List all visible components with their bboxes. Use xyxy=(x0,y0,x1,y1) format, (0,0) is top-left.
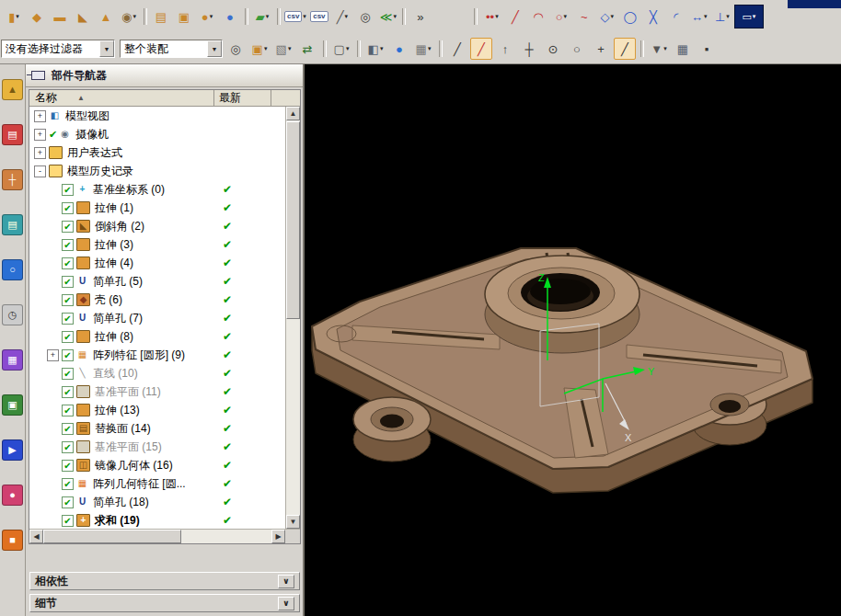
datum-plane-icon[interactable]: ▰▾ xyxy=(251,6,273,28)
find-icon[interactable]: ◎▾ xyxy=(225,38,247,60)
selection-filter-combobox[interactable]: 没有选择过滤器 ▼ xyxy=(1,40,115,58)
user-tools-icon[interactable]: ● xyxy=(2,485,23,506)
chevron-down-icon[interactable]: ∨ xyxy=(278,597,294,610)
snap-ball-icon[interactable]: ●▾ xyxy=(388,38,410,60)
tree-row[interactable]: ✔ ✔ U 简单孔 (5) ✔ xyxy=(29,272,285,291)
revolve-icon[interactable]: ◆▾ xyxy=(26,6,48,28)
snap-endpoint-icon[interactable]: ╱▾ xyxy=(470,38,492,60)
tree-row[interactable]: ✔ ✔ 拉伸 (3) ✔ xyxy=(29,235,285,254)
column-header-name[interactable]: 名称 ▲ xyxy=(29,90,214,106)
process-studio-icon[interactable]: ▶ xyxy=(2,439,23,461)
tree-row[interactable]: ✔ ✔ + 基准坐标系 (0) ✔ xyxy=(29,180,285,199)
scroll-right-button[interactable]: ▶ xyxy=(271,530,285,543)
assembly-navigator-icon[interactable]: ▤ xyxy=(2,124,23,145)
feature-checkbox[interactable]: ✔ xyxy=(62,441,74,453)
extrude-icon[interactable]: ▮▾ xyxy=(3,6,25,28)
sweep-icon[interactable]: ▲▾ xyxy=(95,6,117,28)
tree-row[interactable]: ✔ ✔ 拉伸 (4) ✔ xyxy=(29,254,285,272)
update-icon[interactable]: ≪▾ xyxy=(377,6,399,28)
snap-point-on-curve-icon[interactable]: ╱▾ xyxy=(614,38,636,60)
highlight-toggle-icon[interactable]: ⇄▾ xyxy=(296,38,318,60)
selection-priority-icon[interactable]: ▣▾ xyxy=(248,38,271,60)
tree-row[interactable]: - ✔ ✔ 模型历史记录 ✔ xyxy=(29,162,285,180)
more-commands-icon[interactable]: »▾ xyxy=(409,6,432,28)
edit-feature-icon[interactable]: ╱▾ xyxy=(331,6,353,28)
chevron-down-icon[interactable]: ∨ xyxy=(278,575,294,588)
horizontal-scrollbar[interactable]: ◀ ▶ xyxy=(29,529,300,543)
vertical-scrollbar[interactable]: ▲ ▼ xyxy=(285,107,300,529)
chevron-down-icon[interactable]: ▼ xyxy=(207,40,222,57)
expander-icon[interactable]: + xyxy=(34,110,46,122)
find-feature-icon[interactable]: ◎▾ xyxy=(354,6,376,28)
import-csv-icon[interactable]: csv▾ xyxy=(308,6,330,28)
polygon-icon[interactable]: ◇▾ xyxy=(596,6,618,28)
panel-title-bar[interactable]: 部件导航器 xyxy=(26,64,303,87)
feature-checkbox[interactable]: ✔ xyxy=(62,313,74,325)
sketch-point-icon[interactable]: ••▾ xyxy=(481,6,503,28)
export-csv-icon[interactable]: csv▾ xyxy=(283,6,307,28)
graphics-viewport[interactable]: Z Y X xyxy=(305,64,841,616)
navigation-pane-icon[interactable]: ▲ xyxy=(2,79,23,100)
palette-icon[interactable]: ▦ xyxy=(2,349,23,371)
fillet-icon[interactable]: ◜▾ xyxy=(665,6,687,28)
tree-row[interactable]: ✔ ✔ ▦ 阵列几何特征 [圆... ✔ xyxy=(29,474,285,493)
feature-checkbox[interactable]: ✔ xyxy=(62,496,74,508)
geometric-constraints-icon[interactable]: ⊥▾ xyxy=(711,6,733,28)
tree-row[interactable]: + ✔ ✔ 用户表达式 ✔ xyxy=(29,143,285,162)
point-dialog-icon[interactable]: ▦▾ xyxy=(412,38,434,60)
expander-icon[interactable]: + xyxy=(34,129,46,141)
feature-checkbox[interactable]: ✔ xyxy=(62,460,74,472)
rapid-dimension-icon[interactable]: ↔▾ xyxy=(688,6,710,28)
grid-icon[interactable]: ▦▾ xyxy=(672,38,694,60)
tree-row[interactable]: ✔ ✔ ▤ 替换面 (14) ✔ xyxy=(29,419,285,438)
internet-explorer-icon[interactable]: ○ xyxy=(2,259,23,280)
hole-icon[interactable]: ◉▾ xyxy=(118,6,140,28)
tree-row[interactable]: ✔ ✔ U 简单孔 (18) ✔ xyxy=(29,493,285,511)
arc-icon[interactable]: ◠▾ xyxy=(527,6,549,28)
profile-icon[interactable]: ╱▾ xyxy=(504,6,526,28)
pattern-icon[interactable]: ▤▾ xyxy=(150,6,172,28)
scrollbar-thumb[interactable] xyxy=(286,121,300,319)
scrollbar-thumb[interactable] xyxy=(43,530,181,543)
feature-checkbox[interactable]: ✔ xyxy=(62,221,74,233)
snap-line-icon[interactable]: ╱▾ xyxy=(446,38,468,60)
column-header-status[interactable]: 最新 xyxy=(214,90,271,106)
display-window-icon[interactable]: ▭▾ xyxy=(734,5,764,29)
feature-checkbox[interactable]: ✔ xyxy=(62,515,74,527)
scroll-down-button[interactable]: ▼ xyxy=(286,515,300,529)
marquee-style-icon[interactable]: ▢▾ xyxy=(330,38,352,60)
studio-spline-icon[interactable]: ~▾ xyxy=(573,6,595,28)
tree-row[interactable]: ✔ ✔ ◣ 倒斜角 (2) ✔ xyxy=(29,217,285,235)
expander-icon[interactable]: - xyxy=(34,165,46,177)
tree-row[interactable]: ✔ ✔ ╲ 直线 (10) ✔ xyxy=(29,364,285,382)
constraint-navigator-icon[interactable]: ┼ xyxy=(2,169,23,190)
details-panel-header[interactable]: 细节 ∨ xyxy=(29,594,300,612)
feature-checkbox[interactable]: ✔ xyxy=(62,423,74,435)
tree-row[interactable]: ✔ ✔ ◆ 壳 (6) ✔ xyxy=(29,291,285,309)
feature-checkbox[interactable]: ✔ xyxy=(62,386,74,398)
scrollbar-track[interactable] xyxy=(181,530,271,543)
tree-row[interactable]: + ✔ ✔ ▦ 阵列特征 [圆形] (9) ✔ xyxy=(29,346,285,364)
tree-row[interactable]: + ✔ ✔ ◧ 模型视图 ✔ xyxy=(29,107,285,125)
snap-options-icon[interactable]: ▼▾ xyxy=(648,38,670,60)
shaded-view-icon[interactable]: ◧▾ xyxy=(364,38,386,60)
toolbar-icon[interactable]: ▾ xyxy=(274,6,282,28)
toolbar-icon[interactable]: ▾ xyxy=(320,38,328,60)
part-navigator-icon[interactable]: ▤ xyxy=(2,214,23,235)
roles-icon[interactable]: ■ xyxy=(2,530,23,551)
scroll-left-button[interactable]: ◀ xyxy=(29,530,43,543)
toolbar-icon[interactable]: ▾ xyxy=(242,6,250,28)
toolbar-icon[interactable]: ▾ xyxy=(436,38,444,60)
expander-icon[interactable]: + xyxy=(47,349,59,361)
feature-checkbox[interactable]: ✔ xyxy=(62,405,74,416)
tree-row[interactable]: ✔ ✔ 拉伸 (13) ✔ xyxy=(29,401,285,419)
overflow-icon[interactable]: ▪▾ xyxy=(696,38,718,60)
cone-icon[interactable]: ◣▾ xyxy=(72,6,94,28)
toolbar-icon[interactable]: ▾ xyxy=(432,6,471,28)
circle-icon[interactable]: ○▾ xyxy=(550,6,572,28)
toolbar-icon[interactable]: ▾ xyxy=(354,38,363,60)
tree-row[interactable]: ✔ ✔ U 简单孔 (7) ✔ xyxy=(29,309,285,327)
snap-quadrant-icon[interactable]: ○▾ xyxy=(566,38,588,60)
feature-checkbox[interactable]: ✔ xyxy=(62,184,74,196)
history-icon[interactable]: ◷ xyxy=(2,304,23,325)
